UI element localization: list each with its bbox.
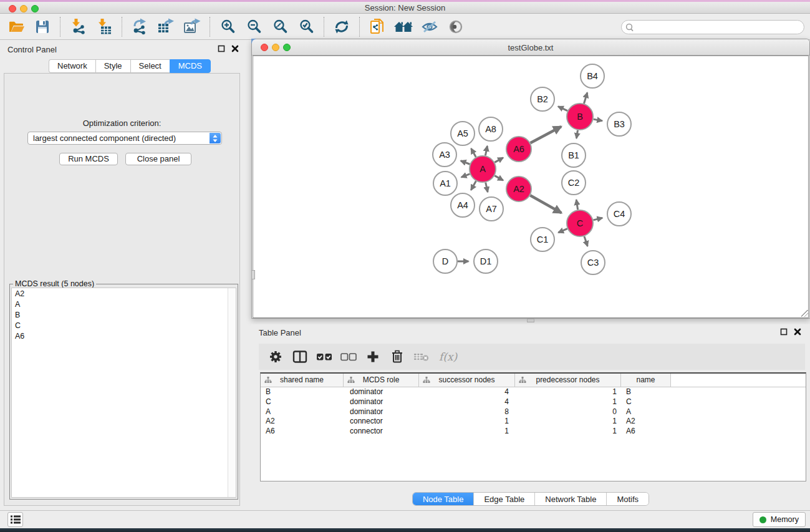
tab-style[interactable]: Style [95,59,130,73]
graph-node-C2[interactable]: C2 [562,171,586,195]
tab-node-table[interactable]: Node Table [413,493,475,505]
column-header-successor-nodes[interactable]: successor nodes [419,374,515,387]
window-resize-grip[interactable] [801,310,808,317]
edge-A-A7[interactable] [486,182,488,191]
graph-node-A3[interactable]: A3 [433,143,456,167]
graph-node-A7[interactable]: A7 [480,197,503,221]
table-cell[interactable]: connector [344,417,419,427]
select-all-checkboxes-icon[interactable] [316,349,332,365]
mcds-result-item[interactable]: C [12,320,236,331]
table-cell[interactable]: connector [344,427,419,437]
birdseye-toggle-handle[interactable] [251,270,255,279]
gear-icon[interactable] [268,349,284,365]
edge-A-A3[interactable] [461,161,470,164]
mcds-list-scrollbar[interactable] [228,288,236,497]
deselect-all-checkboxes-icon[interactable] [340,349,357,365]
table-row[interactable]: Adominator80A [261,407,806,417]
search-input[interactable] [637,23,804,32]
table-cell[interactable]: 4 [419,397,515,407]
graph-node-B2[interactable]: B2 [531,87,554,111]
edge-C-C2[interactable] [576,200,577,210]
close-panel-icon[interactable] [231,45,239,52]
task-history-button[interactable] [7,512,23,527]
mcds-result-list[interactable]: A2ABCA6 [11,288,236,498]
table-cell[interactable]: 1 [515,427,621,437]
network-canvas[interactable]: B4B2BB3B1A5A8A3A6AA1A2A4A7C2CC4C1C3DD1 [253,56,809,318]
show-eye-icon[interactable] [445,16,466,37]
edge-A-A5[interactable] [471,148,476,157]
graph-node-A8[interactable]: A8 [479,117,503,141]
graph-node-A2[interactable]: A2 [506,177,531,201]
graph-node-C4[interactable]: C4 [607,202,631,226]
panel-divider-handle[interactable] [527,319,534,322]
close-table-panel-icon[interactable] [794,328,801,336]
save-session-icon[interactable] [32,16,53,37]
edge-A-A6[interactable] [494,158,503,163]
duplicate-network-icon[interactable] [367,16,388,37]
float-panel-icon[interactable] [218,45,225,52]
home-networks-icon[interactable] [393,16,414,37]
table-cell[interactable]: 0 [515,407,621,417]
graph-node-B[interactable]: B [567,104,593,130]
table-cell[interactable]: 8 [419,407,515,417]
column-header-name[interactable]: name [621,374,671,387]
table-cell[interactable]: 1 [419,417,515,427]
export-image-icon[interactable] [181,16,203,37]
graph-node-A4[interactable]: A4 [451,193,475,217]
tab-motifs[interactable]: Motifs [607,493,648,505]
edge-B-B2[interactable] [558,107,567,111]
memory-button[interactable]: Memory [753,512,806,527]
table-cell[interactable]: dominator [344,397,419,407]
table-cell[interactable]: A2 [621,417,671,427]
table-cell[interactable]: C [621,397,671,407]
graph-node-A1[interactable]: A1 [433,172,457,195]
export-table-icon[interactable] [155,16,176,37]
node-table[interactable]: shared nameMCDS rolesuccessor nodesprede… [260,372,806,481]
tab-edge-table[interactable]: Edge Table [474,493,535,505]
open-file-icon[interactable] [6,16,27,37]
criterion-select[interactable]: largest connected component (directed) [27,132,222,145]
zoom-selected-icon[interactable] [296,16,317,37]
zoom-in-icon[interactable] [217,16,238,37]
edge-C-C4[interactable] [593,218,602,220]
graph-node-C3[interactable]: C3 [581,251,605,274]
table-cell[interactable]: 1 [515,397,621,407]
graph-node-D1[interactable]: D1 [474,249,498,273]
table-cell[interactable]: 1 [419,427,515,437]
edge-B-B1[interactable] [576,130,577,138]
edge-A6-B[interactable] [531,127,561,143]
split-columns-icon[interactable] [292,349,308,365]
graph-node-C[interactable]: C [567,210,593,236]
import-table-icon[interactable] [94,16,115,37]
table-cell[interactable]: dominator [344,387,419,397]
tab-network-table[interactable]: Network Table [535,493,607,505]
network-window-titlebar[interactable]: testGlobe.txt [252,39,809,56]
delete-column-icon[interactable] [389,349,405,365]
edge-A-A1[interactable] [461,174,470,177]
tab-mcds[interactable]: MCDS [170,59,211,73]
export-network-icon[interactable] [129,16,150,37]
table-cell[interactable]: 1 [515,387,621,397]
import-network-icon[interactable] [67,16,89,37]
graph-node-B1[interactable]: B1 [562,143,586,167]
graph-node-B4[interactable]: B4 [581,64,604,88]
close-panel-button[interactable]: Close panel [125,153,191,165]
add-column-icon[interactable] [365,349,381,365]
mcds-result-item[interactable]: A2 [12,288,236,299]
table-cell[interactable]: dominator [344,407,419,417]
graph-node-A6[interactable]: A6 [506,137,531,162]
table-cell[interactable]: A2 [261,417,344,427]
refresh-icon[interactable] [331,16,352,37]
table-cell[interactable]: C [261,397,344,407]
graph-node-A5[interactable]: A5 [451,122,475,145]
graph-node-B3[interactable]: B3 [607,112,631,136]
edge-A-A2[interactable] [494,176,503,181]
table-cell[interactable]: A [621,407,671,417]
table-cell[interactable]: A6 [621,427,671,437]
edge-C-C3[interactable] [584,236,587,246]
edge-B-B3[interactable] [594,119,602,121]
edge-C-C1[interactable] [558,229,567,233]
table-row[interactable]: Bdominator41B [261,387,806,397]
mcds-result-item[interactable]: B [12,309,236,320]
edge-A-A4[interactable] [471,181,476,190]
